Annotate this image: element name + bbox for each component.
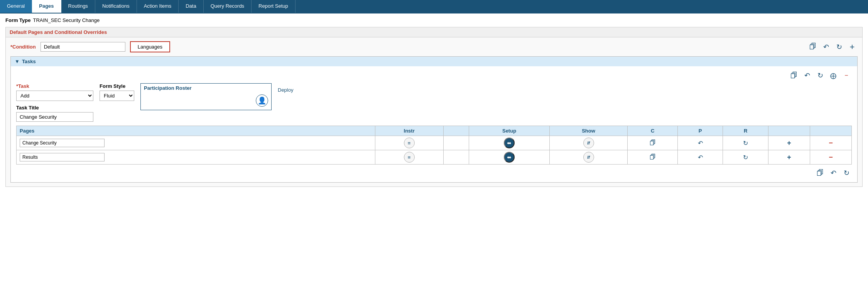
remove-row-2[interactable]: − bbox=[829, 153, 833, 161]
tab-routings[interactable]: Routings bbox=[61, 0, 95, 13]
p-icon-1[interactable]: ↶ bbox=[698, 139, 703, 147]
page-name-cell-2 bbox=[17, 150, 375, 165]
page-name-cell-1 bbox=[17, 136, 375, 150]
languages-button[interactable]: Languages bbox=[130, 41, 170, 52]
add-plus-tasks-icon[interactable]: ⨁ bbox=[828, 70, 839, 81]
col-remove bbox=[810, 126, 852, 136]
deploy-link[interactable]: Deploy bbox=[278, 87, 293, 93]
form-style-group: Form Style Fluid Classic bbox=[100, 83, 134, 101]
tasks-chevron-icon[interactable]: ▼ bbox=[15, 59, 20, 64]
remove-row-1[interactable]: − bbox=[829, 139, 833, 147]
tab-report-setup[interactable]: Report Setup bbox=[252, 0, 296, 13]
form-style-label: Form Style bbox=[100, 83, 134, 89]
form-type-row: Form Type TRAIN_SEC Security Change bbox=[5, 17, 863, 23]
show-if-icon-1[interactable]: If bbox=[583, 138, 594, 148]
table-row: ≡ ⬌ If 🗍 bbox=[17, 136, 852, 150]
col-add bbox=[768, 126, 810, 136]
col-show: Show bbox=[549, 126, 628, 136]
p-cell-1: ↶ bbox=[677, 136, 723, 150]
refresh-tasks-icon[interactable]: ↻ bbox=[815, 70, 826, 81]
setup-cell-2: ⬌ bbox=[469, 150, 549, 165]
refresh-bottom-icon[interactable]: ↻ bbox=[841, 168, 852, 178]
task-form-row: *Task Add Update Delete View Task Title bbox=[16, 83, 852, 122]
task-select[interactable]: Add Update Delete View bbox=[16, 91, 93, 101]
remove-cell-1: − bbox=[810, 136, 852, 150]
bottom-icons-row: 🗍 ↶ ↻ bbox=[16, 168, 852, 178]
instr-icon-1[interactable]: ≡ bbox=[404, 138, 415, 148]
r-cell-2: ↻ bbox=[723, 150, 768, 165]
setup-cell-1: ⬌ bbox=[469, 136, 549, 150]
copy-tasks-icon[interactable]: 🗍 bbox=[789, 70, 799, 81]
p-cell-2: ↶ bbox=[677, 150, 723, 165]
setup-icon-2[interactable]: ⬌ bbox=[504, 152, 515, 163]
task-label: *Task bbox=[16, 83, 93, 89]
tab-general[interactable]: General bbox=[0, 0, 32, 13]
remove-cell-2: − bbox=[810, 150, 852, 165]
add-cell-2: + bbox=[768, 150, 810, 165]
task-title-input[interactable] bbox=[16, 112, 93, 122]
tasks-icons-row: 🗍 ↶ ↻ ⨁ − bbox=[16, 70, 852, 81]
roster-icon-button[interactable]: 👤 bbox=[256, 94, 268, 107]
p-icon-2[interactable]: ↶ bbox=[698, 154, 703, 161]
section-header: Default Pages and Conditional Overrides bbox=[5, 27, 863, 37]
task-title-label: Task Title bbox=[16, 105, 93, 111]
r-icon-2[interactable]: ↻ bbox=[743, 154, 748, 161]
col-p: P bbox=[677, 126, 723, 136]
refresh-top-icon[interactable]: ↻ bbox=[834, 42, 844, 52]
r-cell-1: ↻ bbox=[723, 136, 768, 150]
copy-top-icon[interactable]: 🗍 bbox=[807, 42, 818, 52]
condition-input[interactable] bbox=[41, 42, 125, 52]
undo-bottom-icon[interactable]: ↶ bbox=[828, 168, 839, 178]
empty-cell-1 bbox=[443, 136, 469, 150]
col-empty bbox=[443, 126, 469, 136]
table-row: ≡ ⬌ If 🗍 bbox=[17, 150, 852, 165]
tab-notifications[interactable]: Notifications bbox=[95, 0, 137, 13]
task-field-group: *Task Add Update Delete View bbox=[16, 83, 93, 101]
form-style-select[interactable]: Fluid Classic bbox=[100, 91, 134, 101]
participation-roster-label: Participation Roster bbox=[144, 85, 268, 91]
add-row-2[interactable]: + bbox=[787, 153, 791, 161]
remove-tasks-icon[interactable]: − bbox=[841, 70, 852, 81]
col-pages: Pages bbox=[17, 126, 375, 136]
add-cell-1: + bbox=[768, 136, 810, 150]
tasks-header: ▼ Tasks bbox=[11, 57, 857, 66]
instr-cell-2: ≡ bbox=[375, 150, 443, 165]
pages-table: Pages Instr Setup Show C P R bbox=[16, 126, 852, 165]
tasks-header-label: Tasks bbox=[22, 59, 36, 64]
participation-roster-box: Participation Roster 👤 bbox=[140, 83, 272, 110]
tab-bar: General Pages Routings Notifications Act… bbox=[0, 0, 868, 13]
add-row-1[interactable]: + bbox=[787, 139, 791, 147]
condition-row: *Condition Languages 🗍 ↶ ↻ + bbox=[10, 41, 858, 52]
page-name-input-1[interactable] bbox=[20, 139, 105, 147]
tasks-section: ▼ Tasks 🗍 ↶ ↻ ⨁ − *Task bbox=[10, 56, 858, 183]
tab-action-items[interactable]: Action Items bbox=[137, 0, 179, 13]
tab-query-records[interactable]: Query Records bbox=[204, 0, 252, 13]
instr-icon-2[interactable]: ≡ bbox=[404, 152, 415, 163]
tasks-body: 🗍 ↶ ↻ ⨁ − *Task Add Update bbox=[11, 66, 857, 182]
top-right-icons: 🗍 ↶ ↻ + bbox=[807, 42, 858, 52]
r-icon-1[interactable]: ↻ bbox=[743, 139, 748, 147]
c-cell-1: 🗍 bbox=[628, 136, 677, 150]
col-instr: Instr bbox=[375, 126, 443, 136]
c-cell-2: 🗍 bbox=[628, 150, 677, 165]
show-cell-1: If bbox=[549, 136, 628, 150]
tab-pages[interactable]: Pages bbox=[32, 0, 61, 13]
c-icon-1[interactable]: 🗍 bbox=[650, 139, 656, 146]
page-name-input-2[interactable] bbox=[20, 153, 105, 161]
task-title-group: Task Title bbox=[16, 105, 93, 122]
panel: *Condition Languages 🗍 ↶ ↻ + ▼ Tasks 🗍 ↶ bbox=[5, 37, 863, 187]
form-type-value: TRAIN_SEC Security Change bbox=[33, 17, 100, 23]
undo-tasks-icon[interactable]: ↶ bbox=[802, 70, 812, 81]
main-content: Form Type TRAIN_SEC Security Change Defa… bbox=[0, 13, 868, 191]
col-setup: Setup bbox=[469, 126, 549, 136]
copy-bottom-icon[interactable]: 🗍 bbox=[815, 168, 826, 178]
empty-cell-2 bbox=[443, 150, 469, 165]
show-cell-2: If bbox=[549, 150, 628, 165]
condition-label: *Condition bbox=[10, 44, 36, 50]
tab-data[interactable]: Data bbox=[179, 0, 203, 13]
show-if-icon-2[interactable]: If bbox=[583, 152, 594, 163]
undo-top-icon[interactable]: ↶ bbox=[821, 42, 831, 52]
setup-icon-1[interactable]: ⬌ bbox=[504, 138, 515, 148]
add-top-icon[interactable]: + bbox=[847, 42, 858, 52]
c-icon-2[interactable]: 🗍 bbox=[650, 154, 656, 161]
